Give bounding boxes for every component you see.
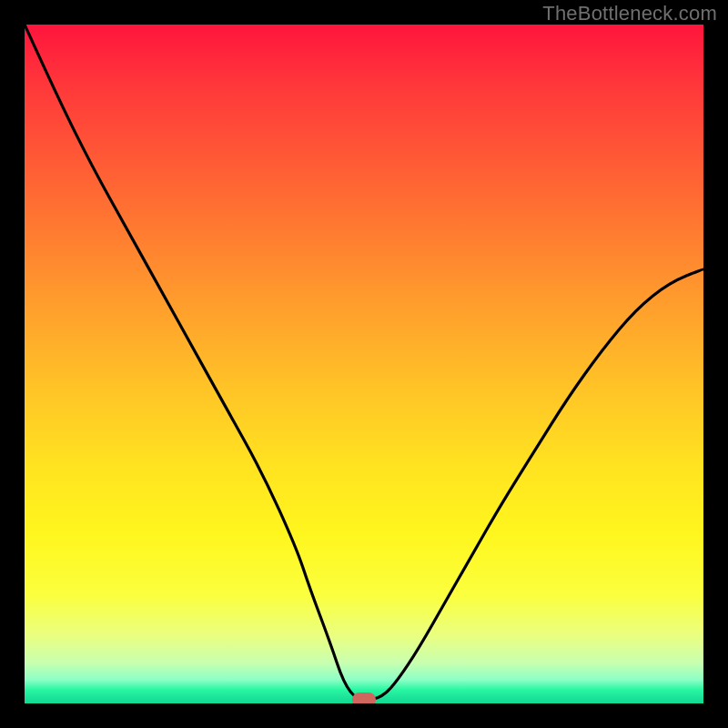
optimum-marker [352, 693, 376, 703]
bottleneck-curve [25, 25, 703, 700]
plot-area [25, 25, 703, 703]
watermark-text: TheBottleneck.com [542, 2, 717, 25]
curve-svg [25, 25, 703, 703]
outer-frame: TheBottleneck.com [0, 0, 728, 728]
